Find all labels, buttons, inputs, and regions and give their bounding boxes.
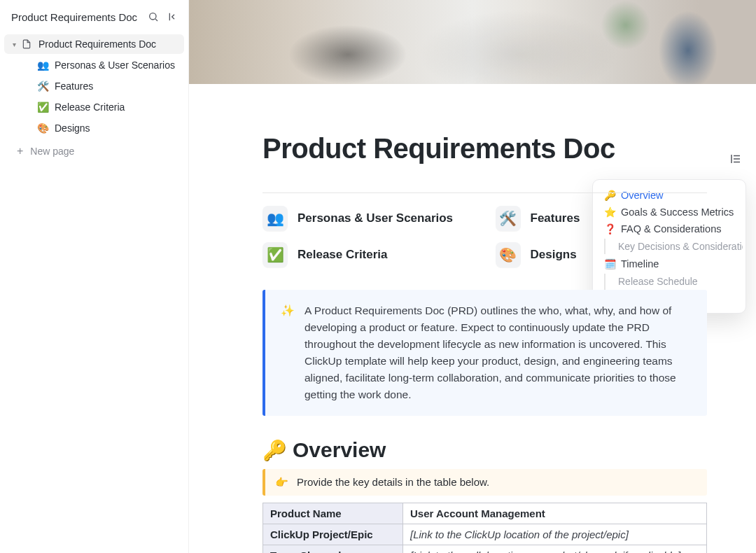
page-title: Product Requirements Doc	[262, 133, 707, 164]
designs-icon: 🎨	[496, 242, 521, 267]
subpage-link-personas[interactable]: 👥 Personas & User Scenarios	[262, 206, 475, 231]
cover-image	[189, 0, 756, 84]
table-row: Team Channel [Link to the collaboration …	[263, 545, 707, 553]
cell-value[interactable]: User Account Management	[403, 503, 707, 524]
page-content: Product Requirements Doc 👥 Personas & Us…	[189, 84, 756, 553]
designs-icon: 🎨	[36, 122, 49, 134]
sparkles-icon: ✨	[281, 302, 295, 403]
subpage-link-label: Designs	[531, 248, 577, 262]
overview-table: Product Name User Account Management Cli…	[262, 503, 707, 553]
sidebar-item-label: Features	[55, 80, 93, 92]
table-row: ClickUp Project/Epic [Link to the ClickU…	[263, 524, 707, 545]
cell-value[interactable]: [Link to the collaboration group chat/ch…	[403, 545, 707, 553]
overview-hint-text: Provide the key details in the table bel…	[297, 476, 489, 489]
new-page-button[interactable]: + New page	[0, 139, 188, 164]
cell-key: Team Channel	[263, 545, 403, 553]
svg-line-1	[155, 19, 158, 21]
cell-key: Product Name	[263, 503, 403, 524]
sidebar-header: Product Requirements Doc	[0, 4, 188, 34]
svg-point-0	[150, 13, 156, 20]
sidebar: Product Requirements Doc ▾ Product Requi…	[0, 0, 189, 553]
overview-heading-text: Overview	[293, 438, 386, 462]
sidebar-root-item[interactable]: ▾ Product Requirements Doc	[4, 34, 184, 54]
sidebar-doc-title: Product Requirements Doc	[11, 11, 141, 23]
sidebar-item-label: Personas & User Scenarios	[55, 59, 175, 71]
sidebar-item-personas[interactable]: 👥 Personas & User Scenarios	[4, 55, 184, 75]
intro-callout-text: A Product Requirements Doc (PRD) outline…	[304, 302, 692, 403]
search-icon[interactable]	[146, 10, 160, 24]
chevron-down-icon: ▾	[13, 41, 16, 48]
document-icon	[22, 38, 33, 50]
collapse-sidebar-icon[interactable]	[166, 10, 180, 24]
pointer-icon: 👉	[275, 476, 288, 489]
subpage-link-label: Personas & User Scenarios	[298, 211, 453, 225]
sidebar-item-release-criteria[interactable]: ✅ Release Criteria	[4, 97, 184, 117]
subpage-link-designs[interactable]: 🎨 Designs	[496, 242, 708, 267]
features-icon: 🛠️	[36, 80, 49, 92]
cell-key: ClickUp Project/Epic	[263, 524, 403, 545]
sidebar-item-label: Designs	[55, 122, 90, 134]
personas-icon: 👥	[36, 59, 49, 71]
subpage-links-grid: 👥 Personas & User Scenarios 🛠️ Features …	[262, 206, 707, 267]
subpage-link-label: Release Criteria	[298, 248, 388, 262]
subpage-link-label: Features	[531, 211, 580, 225]
overview-hint-callout: 👉 Provide the key details in the table b…	[262, 469, 707, 496]
table-row: Product Name User Account Management	[263, 503, 707, 524]
sidebar-item-features[interactable]: 🛠️ Features	[4, 76, 184, 96]
sidebar-item-designs[interactable]: 🎨 Designs	[4, 118, 184, 138]
overview-heading: 🔑 Overview	[262, 438, 707, 462]
release-criteria-icon: ✅	[36, 102, 49, 113]
key-icon: 🔑	[262, 439, 287, 462]
personas-icon: 👥	[262, 206, 288, 231]
release-criteria-icon: ✅	[262, 242, 288, 267]
intro-callout: ✨ A Product Requirements Doc (PRD) outli…	[262, 290, 707, 416]
cell-value[interactable]: [Link to the ClickUp location of the pro…	[403, 524, 707, 545]
sidebar-root-label: Product Requirements Doc	[38, 38, 156, 50]
divider	[262, 192, 707, 193]
plus-icon: +	[17, 146, 23, 157]
new-page-label: New page	[30, 146, 74, 157]
main-area: 🔑 Overview ⭐ Goals & Success Metrics ❓ F…	[189, 0, 756, 553]
features-icon: 🛠️	[496, 206, 521, 231]
subpage-link-features[interactable]: 🛠️ Features	[496, 206, 708, 231]
sidebar-item-label: Release Criteria	[55, 102, 125, 113]
subpage-link-release-criteria[interactable]: ✅ Release Criteria	[262, 242, 475, 267]
